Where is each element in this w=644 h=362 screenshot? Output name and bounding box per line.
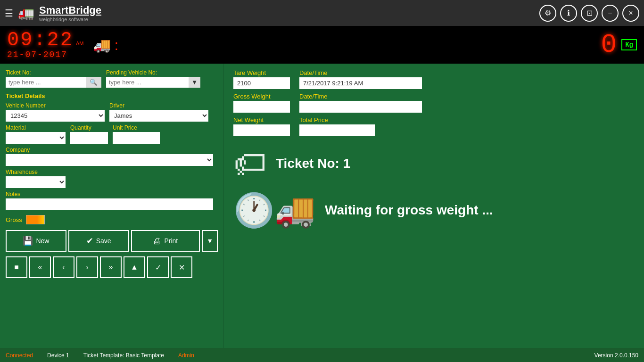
gross-weight-input[interactable] (233, 101, 290, 113)
ticket-no-search-button[interactable]: 🔍 (86, 77, 101, 88)
waiting-display: 🕐🚚 Waiting for gross weight ... (233, 191, 635, 230)
main-content: Ticket No: 🔍 Pending Vehicle No: ▼ Ticke… (0, 64, 644, 348)
nav-prev-button[interactable]: ‹ (53, 256, 74, 278)
material-label: Material (6, 124, 66, 131)
print-dropdown-button[interactable]: ▼ (202, 230, 218, 252)
gross-weight-label: Gross Weight (233, 93, 290, 100)
tare-datetime-input[interactable] (299, 77, 422, 89)
ticket-details-title: Ticket Details (6, 92, 218, 99)
weight-value: 0 (579, 32, 617, 58)
pending-vehicle-wrap: ▼ (106, 77, 200, 88)
nav-next-button[interactable]: › (76, 256, 98, 278)
gross-indicator (26, 215, 45, 224)
print-icon: 🖨 (153, 236, 161, 246)
truck-logo-icon: 🚛 (18, 5, 34, 21)
vehicle-driver-row: Vehicle Number 12345 Driver James (6, 102, 218, 122)
gross-datetime-group: Date/Time (299, 93, 422, 113)
status-bar: Connected Device 1 Ticket Template: Basi… (0, 348, 644, 362)
title-right: ⚙ ℹ ⊡ − × (539, 5, 639, 22)
hamburger-menu[interactable]: ☰ (5, 8, 13, 19)
wharehouse-select[interactable] (6, 176, 66, 188)
clock-area: 09:22 AM 21-07-2017 (7, 30, 84, 59)
ticket-no-input[interactable] (6, 77, 86, 88)
app-title: SmartBridge weighbridge software (39, 4, 101, 22)
export-button[interactable]: ⊡ (581, 5, 598, 22)
unit-price-input[interactable] (113, 132, 160, 144)
ticket-no-label: Ticket No: (6, 69, 101, 76)
status-user: Admin (178, 352, 194, 359)
company-label: Company (6, 147, 218, 153)
tare-section: Tare Weight Date/Time (233, 69, 635, 89)
pending-vehicle-input[interactable] (106, 77, 189, 88)
nav-cancel-button[interactable]: ✕ (171, 256, 192, 278)
right-panel: Tare Weight Date/Time Gross Weight Date/… (224, 64, 644, 348)
nav-last-button[interactable]: » (100, 256, 122, 278)
quantity-label: Quantity (70, 124, 108, 131)
material-qty-row: Material Quantity Unit Price (6, 124, 218, 144)
clock-time: 09:22 (7, 30, 74, 50)
save-button-label: Save (96, 237, 111, 245)
nav-confirm-button[interactable]: ✓ (147, 256, 169, 278)
company-select[interactable] (6, 154, 213, 166)
pending-vehicle-group: Pending Vehicle No: ▼ (106, 69, 200, 88)
tare-weight-input[interactable] (233, 77, 290, 89)
driver-group: Driver James (109, 102, 208, 122)
pending-vehicle-dropdown-button[interactable]: ▼ (189, 77, 200, 88)
weight-unit: Kg (621, 39, 637, 50)
clock-truck-icon: 🕐🚚 (233, 191, 315, 230)
ticket-display: 🏷 Ticket No: 1 (233, 145, 635, 182)
tare-datetime-label: Date/Time (299, 69, 422, 76)
weight-display-area: 0 Kg (579, 32, 637, 58)
net-section: Net Weight Total Price (233, 116, 635, 136)
pending-vehicle-label: Pending Vehicle No: (106, 69, 200, 76)
material-group: Material (6, 124, 66, 144)
minimize-button[interactable]: − (602, 5, 619, 22)
notes-input[interactable] (6, 198, 213, 210)
nav-first-button[interactable]: « (29, 256, 51, 278)
nav-stop-button[interactable]: ■ (6, 256, 27, 278)
driver-select[interactable]: James (109, 110, 208, 122)
gross-datetime-input[interactable] (299, 101, 422, 113)
vehicle-number-select[interactable]: 12345 (6, 110, 105, 122)
gross-section: Gross Weight Date/Time (233, 93, 635, 113)
quantity-input[interactable] (70, 132, 108, 144)
version-text: Version 2.0.0.150 (594, 352, 638, 359)
title-left: ☰ 🚛 SmartBridge weighbridge software (5, 4, 101, 22)
ticket-no-group: Ticket No: 🔍 (6, 69, 101, 88)
new-icon: 💾 (23, 236, 33, 246)
tare-weight-group: Tare Weight (233, 69, 290, 89)
material-select[interactable] (6, 132, 66, 144)
close-button[interactable]: × (622, 5, 639, 22)
total-price-input[interactable] (299, 124, 375, 136)
truck-display-icon: 🚚 : (93, 37, 119, 53)
waiting-text: Waiting for gross weight ... (325, 203, 493, 218)
app-name: SmartBridge (39, 4, 101, 16)
gross-weight-group: Gross Weight (233, 93, 290, 113)
info-button[interactable]: ℹ (560, 5, 577, 22)
settings-button[interactable]: ⚙ (539, 5, 556, 22)
net-weight-label: Net Weight (233, 116, 290, 123)
total-price-group: Total Price (299, 116, 375, 136)
save-button[interactable]: ✔ Save (68, 230, 129, 252)
display-bar: 09:22 AM 21-07-2017 🚚 : 0 Kg (0, 26, 644, 64)
print-button-label: Print (164, 237, 178, 245)
ticket-no-input-wrap: 🔍 (6, 77, 101, 88)
driver-label: Driver (109, 102, 208, 109)
wharehouse-group: Wharehouse (6, 169, 218, 188)
nav-up-button[interactable]: ▲ (124, 256, 145, 278)
gross-label: Gross (6, 216, 22, 223)
app-subtitle: weighbridge software (39, 16, 101, 22)
action-buttons: 💾 New ✔ Save 🖨 Print ▼ (6, 230, 218, 252)
notes-label: Notes (6, 191, 218, 197)
print-button[interactable]: 🖨 Print (131, 230, 200, 252)
nav-buttons: ■ « ‹ › » ▲ ✓ ✕ (6, 256, 218, 278)
status-connected: Connected (6, 352, 33, 359)
tare-weight-label: Tare Weight (233, 69, 290, 76)
tare-datetime-group: Date/Time (299, 69, 422, 89)
new-button[interactable]: 💾 New (6, 230, 66, 252)
unit-price-group: Unit Price (113, 124, 160, 144)
title-bar: ☰ 🚛 SmartBridge weighbridge software ⚙ ℹ… (0, 0, 644, 26)
unit-price-label: Unit Price (113, 124, 160, 131)
notes-group: Notes (6, 191, 218, 210)
net-weight-input[interactable] (233, 124, 290, 136)
